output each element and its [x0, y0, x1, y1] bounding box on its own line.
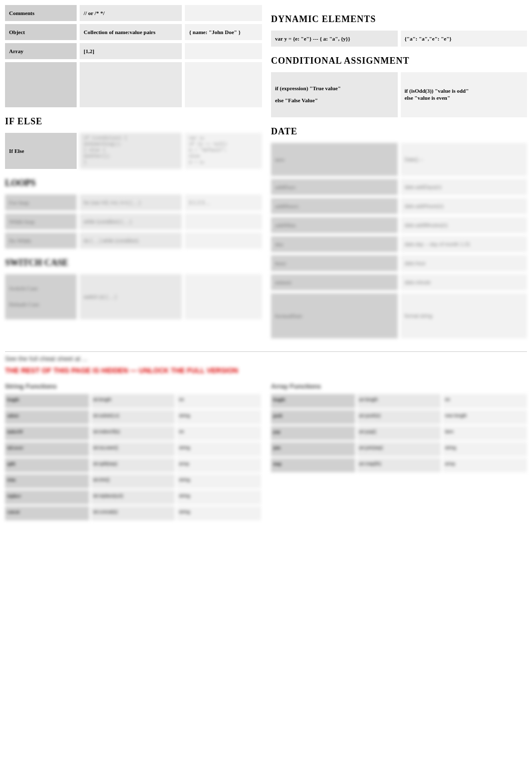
cond-title: CONDITIONAL ASSIGNMENT	[271, 56, 527, 66]
date-format-ex: format string	[401, 293, 527, 338]
for-ex: 0 1 2 3 ...	[185, 194, 261, 211]
code-line: else	[189, 154, 257, 159]
ifelse-syntax: if (condition) { doSomething(); } else {…	[80, 133, 182, 169]
object-example: { name: "John Doe" }	[185, 24, 261, 40]
right-column: DYNAMIC ELEMENTS var y = {e: "e"} --- { …	[271, 5, 527, 341]
fn-returns: string	[177, 490, 261, 504]
row-object: Object Collection of name:value pairs { …	[5, 24, 261, 40]
switch-l2: Default Case	[9, 301, 73, 307]
fn-syntax: arr.pop()	[357, 426, 441, 440]
fn-name: pop	[271, 426, 355, 440]
fn-name: map	[271, 458, 355, 472]
fn-syntax: arr.length	[357, 394, 441, 408]
fn-returns: int	[177, 394, 261, 408]
date-row-2: addHours date.addHours(n)	[271, 198, 527, 214]
label-comments: Comments	[5, 5, 77, 21]
fn-syntax: str.trim()	[91, 474, 175, 488]
cond-desc: if (expression) "True value" else "False…	[271, 72, 398, 117]
fn-syntax: str.concat(s)	[91, 506, 175, 520]
date-addhours-label: addHours	[271, 198, 398, 214]
code-line: if (a == null)	[189, 142, 257, 147]
date-addmins-label: addMins	[271, 217, 398, 233]
dowhile-syntax: do { ... } while (condition)	[80, 233, 182, 249]
table-row: indexOfstr.indexOf(s)int	[5, 426, 261, 440]
code-line: var a;	[189, 136, 257, 141]
cond-l2: else "False Value"	[275, 97, 394, 103]
fn-returns: item	[443, 426, 527, 440]
code-line: }	[84, 160, 178, 165]
table-row: poparr.pop()item	[271, 426, 527, 440]
date-adddays-label: addDays	[271, 179, 398, 195]
dynamic-title: DYNAMIC ELEMENTS	[271, 14, 527, 25]
fn-name: push	[271, 410, 355, 424]
row-blank	[5, 62, 261, 107]
fn-returns: string	[443, 442, 527, 456]
fn-name: concat	[5, 506, 89, 520]
date-row-7: formatDate format string	[271, 293, 527, 338]
row-ifelse: If Else if (condition) { doSomething(); …	[5, 133, 261, 169]
fn-name: length	[271, 394, 355, 408]
ifelse-example: var a; if (a == null) a = "default"; els…	[185, 133, 261, 169]
ifelse-label: If Else	[5, 133, 77, 169]
while-label: While loop	[5, 214, 77, 230]
switch-ex	[185, 274, 261, 319]
code-line: doOther();	[84, 154, 178, 159]
comments-example	[185, 5, 261, 21]
dynamic-ex: {"a": "a","e": "e"}	[401, 31, 527, 47]
date-row-1: addDays date.addDays(n)	[271, 179, 527, 195]
date-hour-label: hour	[271, 255, 398, 271]
for-label: For loop	[5, 194, 77, 211]
label-object: Object	[5, 24, 77, 40]
date-now-ex: Date() --	[401, 143, 527, 176]
date-now-label: now	[271, 143, 398, 176]
fn-syntax: str.substr(i,n)	[91, 410, 175, 424]
comments-syntax: // or /* */	[80, 5, 182, 21]
code-line: a = a;	[189, 160, 257, 165]
fn-returns: new length	[443, 410, 527, 424]
fn-returns: int	[177, 426, 261, 440]
while-syntax: while (condition) { ... }	[80, 214, 182, 230]
date-row-5: hour date.hour	[271, 255, 527, 271]
code-line: } else {	[84, 148, 178, 153]
switch-label: Switch Case Default Case	[5, 274, 77, 319]
date-row-0: now Date() --	[271, 143, 527, 176]
fn-name: substr	[5, 410, 89, 424]
date-addmins-ex: date.addMinutes(n)	[401, 217, 527, 233]
switch-l1: Switch Case	[9, 285, 73, 291]
array-fn-title: Array Functions	[271, 382, 527, 390]
fn-syntax: str.indexOf(s)	[91, 426, 175, 440]
string-functions: String Functions lengthstr.lengthintsubs…	[5, 378, 261, 522]
date-minute-label: minute	[271, 274, 398, 290]
fn-syntax: arr.map(fn)	[357, 458, 441, 472]
switch-title: SWITCH CASE	[5, 258, 261, 268]
array-extra	[185, 43, 261, 59]
table-row: lengtharr.lengthint	[271, 394, 527, 408]
switch-syntax: switch (x) { ... }	[80, 274, 182, 319]
date-title: DATE	[271, 126, 527, 137]
cond-l1: if (expression) "True value"	[275, 85, 394, 91]
date-day-label: day	[271, 236, 398, 252]
date-minute-ex: date.minute	[401, 274, 527, 290]
dowhile-ex	[185, 233, 261, 249]
array-functions: Array Functions lengtharr.lengthintpusha…	[271, 378, 527, 522]
table-row: maparr.map(fn)array	[271, 458, 527, 472]
bottom-tables: String Functions lengthstr.lengthintsubs…	[5, 378, 527, 522]
fn-syntax: arr.join(sep)	[357, 442, 441, 456]
cond-ex2: else "value is even"	[405, 95, 523, 101]
dowhile-label: Do While	[5, 233, 77, 249]
table-row: substrstr.substr(i,n)string	[5, 410, 261, 424]
row-dynamic: var y = {e: "e"} --- { a: "a", {y}} {"a"…	[271, 31, 527, 47]
date-row-4: day date.day -- day of month 1-31	[271, 236, 527, 252]
object-desc: Collection of name:value pairs	[80, 24, 182, 40]
fn-name: indexOf	[5, 426, 89, 440]
footer-note-2: THE REST OF THIS PAGE IS HIDDEN — UNLOCK…	[5, 366, 527, 374]
fn-returns: int	[443, 394, 527, 408]
date-addhours-ex: date.addHours(n)	[401, 198, 527, 214]
fn-name: replace	[5, 490, 89, 504]
left-column: Comments // or /* */ Object Collection o…	[5, 5, 261, 341]
fn-syntax: str.split(sep)	[91, 458, 175, 472]
date-format-label: formatDate	[271, 293, 398, 338]
table-row: concatstr.concat(s)string	[5, 506, 261, 520]
switch-rows: Switch Case Default Case switch (x) { ..…	[5, 274, 261, 319]
blank-ex	[185, 62, 261, 107]
